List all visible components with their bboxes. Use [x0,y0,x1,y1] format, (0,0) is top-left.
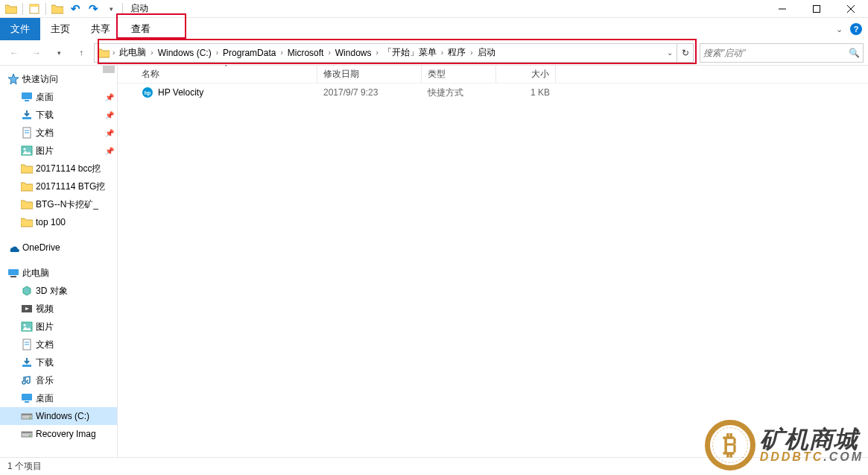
watermark-line2b: .COM [823,450,864,463]
folder-icon [21,180,33,192]
tree-item-label: 20171114 BTG挖 [36,180,105,193]
properties-icon[interactable] [26,1,42,17]
chevron-right-icon[interactable]: › [215,48,220,57]
breadcrumb-segment[interactable]: Windows [332,48,375,58]
breadcrumb-segment[interactable]: 「开始」菜单 [380,46,440,59]
chevron-right-icon[interactable]: › [326,48,332,57]
pin-icon: 📌 [105,129,114,137]
tab-share[interactable]: 共享 [80,18,121,40]
tree-item[interactable]: 下载 [0,353,117,371]
svg-rect-3 [814,5,820,12]
back-button[interactable]: ← [4,43,24,63]
column-date[interactable]: 修改日期 [317,66,422,83]
refresh-button[interactable]: ↻ [677,44,693,62]
tree-item[interactable]: 20171114 bcc挖 [0,160,117,177]
tree-item-label: Recovery Imag [36,429,96,439]
tree-item[interactable]: 音乐 [0,371,117,389]
tree-item[interactable]: 图片📌 [0,142,117,160]
tree-item-label: 视频 [36,303,54,315]
tree-item-label: 20171114 bcc挖 [36,163,101,175]
tree-item[interactable]: OneDrive [0,239,117,257]
qat-dropdown-icon[interactable]: ▾ [103,1,119,17]
tree-item-label: 桌面 [36,392,54,405]
breadcrumb-segment[interactable]: 启动 [475,46,498,59]
watermark-line1: 矿机商城 [760,427,864,451]
column-size[interactable]: 大小 [496,66,556,83]
search-input[interactable] [703,48,849,58]
tree-item[interactable]: 桌面📌 [0,88,117,106]
svg-rect-28 [22,414,32,415]
address-bar[interactable]: › 此电脑›Windows (C:)›ProgramData›Microsoft… [94,43,694,63]
search-box[interactable]: 🔍 [700,43,864,63]
tree-item[interactable]: 下载📌 [0,106,117,124]
tree-item[interactable]: 3D 对象 [0,282,117,300]
folder-small-icon[interactable] [49,1,66,17]
svg-rect-15 [8,269,19,275]
file-size: 1 KB [496,87,556,98]
forward-button[interactable]: → [27,43,46,63]
chevron-right-icon[interactable]: › [149,48,154,57]
tree-item[interactable]: top 100 [0,213,117,231]
navigation-pane[interactable]: 快速访问桌面📌下载📌文档📌图片📌20171114 bcc挖20171114 BT… [0,66,118,457]
chevron-right-icon[interactable]: › [111,48,116,57]
tree-item-label: OneDrive [22,242,60,253]
title-bar: ↶ ↷ ▾ 启动 [0,0,868,18]
breadcrumb-segment[interactable]: 此电脑 [116,46,149,59]
help-icon[interactable]: ? [850,23,862,35]
drive-icon [21,428,33,440]
search-icon[interactable]: 🔍 [849,48,860,58]
tree-item[interactable]: 快速访问 [0,70,117,88]
tree-item[interactable]: BTG--N卡挖矿_ [0,195,117,213]
breadcrumb-segment[interactable]: ProgramData [220,48,279,58]
column-type[interactable]: 类型 [422,66,496,83]
tab-file[interactable]: 文件 [0,18,40,40]
breadcrumb: 此电脑›Windows (C:)›ProgramData›Microsoft›W… [116,44,498,62]
up-button[interactable]: ↑ [72,43,91,63]
download-icon [21,109,33,121]
recent-dropdown-icon[interactable]: ▾ [49,43,69,63]
watermark-coin-icon: ₿ [705,420,755,471]
breadcrumb-segment[interactable]: 程序 [445,46,469,59]
pin-icon: 📌 [105,147,114,155]
tab-home[interactable]: 主页 [40,18,80,40]
chevron-right-icon[interactable]: › [440,48,445,57]
tab-view[interactable]: 查看 [121,18,161,40]
file-list[interactable]: ˄名称 修改日期 类型 大小 hpHP Velocity2017/9/7 9:2… [118,66,868,457]
tree-item[interactable]: 桌面 [0,389,117,407]
tree-item-label: 下载 [36,109,54,122]
svg-point-32 [29,435,31,436]
svg-rect-31 [22,432,32,433]
minimize-button[interactable] [765,0,799,18]
close-button[interactable] [834,0,868,18]
pictures-icon [21,145,33,157]
breadcrumb-segment[interactable]: Windows (C:) [155,48,215,58]
tree-item[interactable]: 视频 [0,300,117,318]
tree-item[interactable]: 此电脑 [0,264,117,282]
ribbon-expand-icon[interactable]: ⌄ [836,25,843,34]
undo-icon[interactable]: ↶ [67,1,83,17]
column-name[interactable]: ˄名称 [136,66,317,83]
tree-item-label: 此电脑 [22,267,49,280]
address-dropdown-icon[interactable]: ⌄ [663,48,677,57]
chevron-right-icon[interactable]: › [279,48,284,57]
svg-point-20 [24,324,26,327]
pc-icon [7,267,19,279]
scrollbar-thumb[interactable] [103,66,115,73]
table-row[interactable]: hpHP Velocity2017/9/7 9:23快捷方式1 KB [118,84,868,101]
tree-item-label: 3D 对象 [36,285,68,298]
watermark-line2a: DDDBTC [760,450,824,463]
tree-item[interactable]: 文档 [0,336,117,353]
chevron-right-icon[interactable]: › [374,48,379,57]
chevron-right-icon[interactable]: › [469,48,474,57]
maximize-button[interactable] [799,0,834,18]
star-icon [7,73,19,85]
tree-item[interactable]: Windows (C:) [0,407,117,425]
redo-icon[interactable]: ↷ [85,1,101,17]
navigation-bar: ← → ▾ ↑ › 此电脑›Windows (C:)›ProgramData›M… [0,40,868,66]
tree-item[interactable]: 图片 [0,318,117,336]
tree-item[interactable]: Recovery Imag [0,425,117,443]
tree-item[interactable]: 20171114 BTG挖 [0,177,117,195]
breadcrumb-segment[interactable]: Microsoft [285,48,327,58]
tree-item[interactable]: 文档📌 [0,124,117,142]
file-type: 快捷方式 [422,86,496,99]
